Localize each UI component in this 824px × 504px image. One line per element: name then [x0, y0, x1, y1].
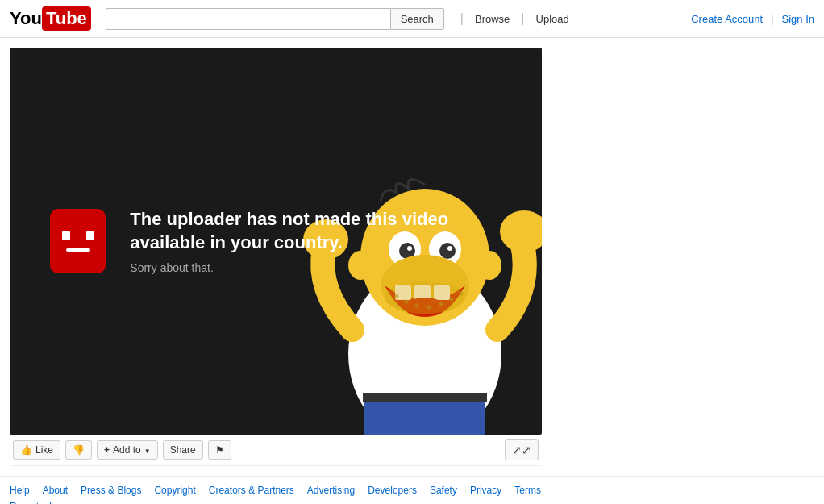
svg-rect-3 [363, 393, 487, 402]
error-title: The uploader has not made this video ava… [130, 208, 501, 254]
footer: HelpAboutPress & BlogsCopyrightCreators … [0, 476, 824, 504]
sidebar-divider [551, 48, 814, 48]
header-auth: Create Account | Sign In [691, 13, 814, 25]
svg-point-24 [405, 300, 409, 304]
share-button[interactable]: Share [163, 440, 203, 460]
footer-link-copyright[interactable]: Copyright [154, 485, 195, 496]
error-eyes [62, 231, 94, 240]
create-account-link[interactable]: Create Account [691, 13, 763, 25]
nav-divider-2: | [521, 11, 524, 26]
expand-icon: ⤢ [512, 444, 531, 456]
footer-link-advertising[interactable]: Advertising [307, 485, 355, 496]
share-label: Share [170, 444, 196, 456]
controls-right: ⤢ [505, 439, 539, 460]
error-subtitle: Sorry about that. [130, 261, 501, 274]
error-eye-left [62, 231, 70, 240]
error-mouth [66, 248, 90, 252]
error-content: The uploader has not made this video ava… [50, 208, 501, 273]
logo-you-text: You [10, 8, 42, 29]
add-to-button[interactable]: Add to [97, 440, 158, 460]
youtube-logo[interactable]: YouTube [10, 6, 91, 31]
footer-link-press-blogs[interactable]: Press & Blogs [81, 485, 141, 496]
sidebar [551, 48, 814, 466]
browse-link[interactable]: Browse [475, 13, 510, 25]
svg-point-26 [427, 306, 431, 310]
footer-link-safety[interactable]: Safety [430, 485, 457, 496]
add-to-label: Add to [113, 444, 141, 456]
dislike-button[interactable] [65, 440, 92, 460]
footer-link-creators-partners[interactable]: Creators & Partners [209, 485, 294, 496]
like-button[interactable]: Like [13, 440, 60, 460]
nav-divider-1: | [460, 11, 464, 26]
flag-button[interactable] [208, 440, 231, 460]
video-player: The uploader has not made this video ava… [10, 48, 542, 435]
like-label: Like [35, 444, 53, 456]
header: YouTube Search | Browse | Upload Create … [0, 0, 824, 38]
footer-link-about[interactable]: About [43, 485, 68, 496]
footer-link-terms[interactable]: Terms [514, 485, 541, 496]
main-content: The uploader has not made this video ava… [0, 38, 824, 476]
upload-link[interactable]: Upload [536, 13, 569, 25]
add-to-dropdown-icon [144, 444, 151, 456]
search-input[interactable] [106, 8, 390, 30]
video-controls: Like Add to Share ⤢ [10, 435, 542, 466]
svg-point-28 [450, 298, 454, 302]
error-icon [50, 209, 106, 273]
error-text: The uploader has not made this video ava… [130, 208, 501, 273]
svg-point-25 [415, 304, 419, 308]
plus-icon [104, 444, 110, 456]
flag-icon [215, 444, 224, 456]
thumbs-down-icon [73, 444, 85, 456]
logo-tube-text: Tube [42, 6, 91, 31]
svg-point-23 [395, 294, 399, 298]
expand-button[interactable]: ⤢ [505, 439, 539, 460]
search-form: Search [106, 8, 444, 30]
report-bug-link[interactable]: Report a bug [10, 501, 271, 504]
footer-link-privacy[interactable]: Privacy [470, 485, 501, 496]
header-nav: | Browse | Upload [460, 11, 569, 26]
footer-bottom: Report a bug Language: English Location:… [10, 501, 814, 504]
sign-in-link[interactable]: Sign In [782, 13, 814, 25]
footer-links: HelpAboutPress & BlogsCopyrightCreators … [10, 485, 814, 496]
svg-point-29 [460, 292, 464, 296]
footer-link-help[interactable]: Help [10, 485, 30, 496]
error-eye-right [86, 231, 94, 240]
footer-link-developers[interactable]: Developers [368, 485, 417, 496]
svg-point-27 [439, 302, 443, 306]
auth-divider: | [771, 13, 773, 25]
video-container: The uploader has not made this video ava… [10, 48, 542, 466]
footer-bottom-left: Report a bug Language: English Location:… [10, 501, 271, 504]
search-button[interactable]: Search [390, 8, 444, 30]
thumbs-up-icon [20, 444, 32, 456]
svg-point-21 [500, 210, 542, 252]
